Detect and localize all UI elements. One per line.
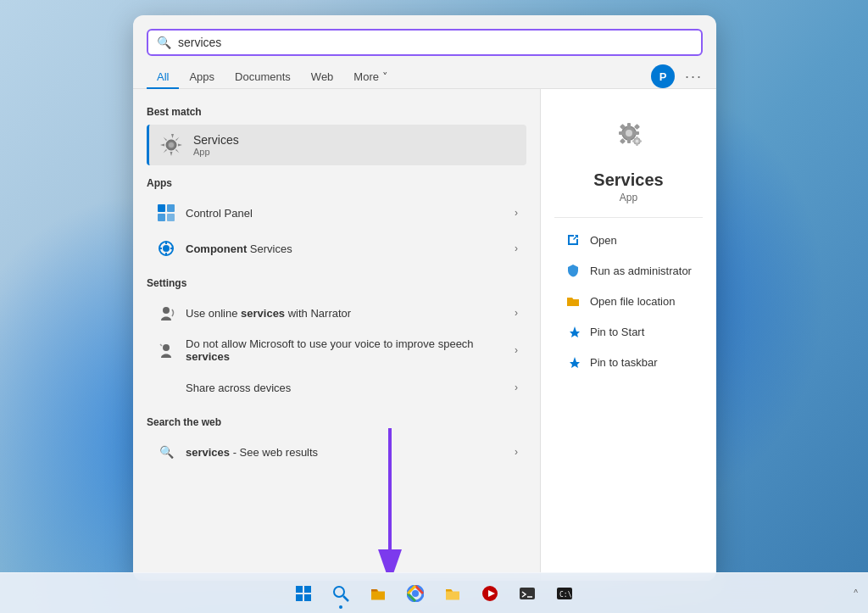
share-icon	[155, 376, 177, 398]
tabs-bar: All Apps Documents Web More ˅ P ···	[133, 56, 716, 89]
component-services-icon	[155, 237, 177, 259]
action-open[interactable]: Open	[554, 225, 703, 255]
services-type: App	[193, 147, 239, 157]
share-label: Share across devices	[186, 382, 515, 394]
run-admin-label: Run as administrator	[590, 265, 692, 277]
svg-rect-21	[633, 131, 639, 135]
file-location-label: Open file location	[590, 295, 675, 308]
media-button[interactable]	[473, 577, 507, 610]
search-bar-container[interactable]: 🔍	[147, 29, 703, 56]
services-name: Services	[193, 133, 239, 147]
pin-taskbar-label: Pin to taskbar	[590, 356, 658, 369]
folder-taskbar-button[interactable]	[436, 577, 470, 610]
windows-start-button[interactable]	[287, 577, 320, 610]
svg-rect-19	[627, 137, 631, 143]
svg-rect-3	[158, 204, 165, 212]
speech-services-item[interactable]: Do not allow Microsoft to use your voice…	[147, 332, 526, 369]
tab-more[interactable]: More ˅	[343, 65, 398, 88]
control-panel-arrow: ›	[515, 207, 518, 219]
svg-point-2	[169, 142, 174, 148]
action-run-admin[interactable]: Run as administrator	[554, 255, 703, 286]
speech-icon	[155, 339, 177, 361]
svg-point-8	[163, 245, 170, 252]
folder-icon	[565, 293, 581, 309]
web-section-label: Search the web	[147, 416, 526, 428]
narrator-icon	[155, 302, 177, 324]
svg-line-15	[160, 344, 162, 346]
svg-point-17	[626, 130, 632, 137]
svg-rect-33	[296, 586, 303, 593]
component-services-item[interactable]: Component Services ›	[147, 231, 526, 265]
tab-documents[interactable]: Documents	[225, 65, 301, 88]
search-input[interactable]	[178, 36, 693, 49]
pin-taskbar-icon	[565, 354, 581, 371]
tab-all[interactable]: All	[147, 65, 179, 88]
app-preview-name: Services	[593, 170, 663, 190]
right-panel: Services App Open Run as administrator	[540, 89, 716, 581]
svg-rect-20	[619, 131, 625, 135]
cmd-button[interactable]: C:\	[548, 577, 581, 610]
pin-start-label: Pin to Start	[590, 326, 644, 338]
app-preview-icon	[602, 106, 656, 160]
narrator-label: Use online services with Narrator	[186, 307, 515, 320]
component-services-label: Component Services	[186, 242, 515, 255]
search-bar-icon: 🔍	[157, 36, 171, 49]
web-search-label: services - See web results	[186, 446, 515, 459]
speech-arrow: ›	[515, 344, 518, 356]
action-list: Open Run as administrator Open file loca…	[554, 217, 703, 377]
svg-point-40	[412, 590, 419, 597]
search-panel: 🔍 All Apps Documents Web More ˅ P ··· Be…	[133, 15, 716, 581]
control-panel-item[interactable]: Control Panel ›	[147, 196, 526, 230]
app-preview-type: App	[620, 192, 637, 203]
svg-rect-30	[632, 140, 635, 142]
open-icon	[565, 231, 581, 248]
left-panel: Best match	[133, 89, 540, 581]
svg-rect-5	[158, 214, 165, 221]
speech-label: Do not allow Microsoft to use your voice…	[186, 337, 515, 363]
svg-rect-43	[520, 588, 535, 599]
system-tray-chevron[interactable]: ^	[854, 588, 858, 598]
svg-point-27	[635, 140, 638, 143]
settings-section-label: Settings	[147, 277, 526, 289]
narrator-services-item[interactable]: Use online services with Narrator ›	[147, 296, 526, 330]
apps-section-label: Apps	[147, 177, 526, 189]
svg-rect-28	[636, 137, 637, 139]
admin-icon	[565, 262, 581, 279]
narrator-arrow: ›	[515, 307, 518, 319]
file-explorer-button[interactable]	[361, 577, 395, 610]
search-taskbar-button[interactable]	[324, 577, 358, 610]
svg-rect-4	[167, 204, 175, 212]
web-search-arrow: ›	[515, 446, 518, 458]
taskbar-right: ^	[854, 588, 858, 598]
svg-rect-18	[627, 123, 631, 129]
svg-point-14	[163, 344, 170, 351]
pin-start-icon	[565, 323, 581, 340]
taskbar: C:\ ^	[0, 572, 868, 613]
main-content: Best match	[133, 89, 716, 581]
tabs-right-area: P ···	[651, 64, 703, 88]
terminal-button[interactable]	[510, 577, 544, 610]
svg-rect-35	[296, 594, 303, 601]
more-options-button[interactable]: ···	[685, 68, 703, 86]
svg-rect-34	[304, 586, 311, 593]
taskbar-items: C:\	[287, 577, 581, 610]
tab-web[interactable]: Web	[301, 65, 344, 88]
web-search-item[interactable]: 🔍 services - See web results ›	[147, 435, 526, 469]
action-pin-taskbar[interactable]: Pin to taskbar	[554, 347, 703, 377]
chrome-button[interactable]	[398, 577, 432, 610]
tab-apps[interactable]: Apps	[179, 65, 225, 88]
services-icon	[158, 131, 185, 159]
web-search-icon: 🔍	[155, 441, 177, 463]
best-match-label: Best match	[147, 106, 526, 118]
svg-line-38	[343, 596, 348, 601]
profile-button[interactable]: P	[651, 64, 675, 88]
control-panel-icon	[155, 202, 177, 224]
open-label: Open	[590, 234, 617, 247]
component-services-arrow: ›	[515, 242, 518, 254]
services-info: Services App	[193, 133, 239, 157]
action-file-location[interactable]: Open file location	[554, 286, 703, 316]
action-pin-start[interactable]: Pin to Start	[554, 316, 703, 347]
svg-rect-36	[304, 594, 311, 601]
best-match-item[interactable]: Services App	[147, 125, 526, 165]
share-devices-item[interactable]: Share across devices ›	[147, 371, 526, 404]
